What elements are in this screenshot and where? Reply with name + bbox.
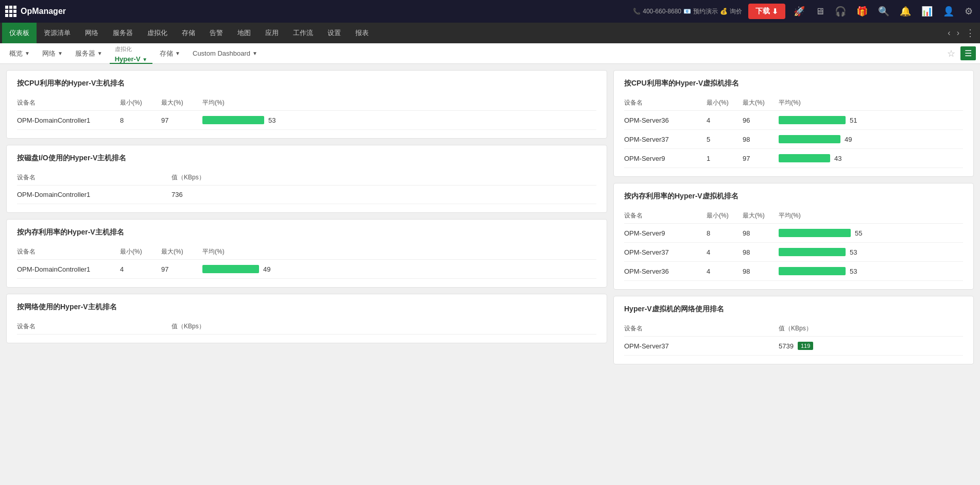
avg-value: 49 bbox=[779, 130, 963, 149]
col-device: 设备名 bbox=[624, 95, 707, 111]
subnav-overview[interactable]: 概览 ▼ bbox=[4, 43, 35, 64]
top-bar: OpManager 📞 400-660-8680 📧 预约演示 💰 询价 下载 … bbox=[0, 0, 980, 23]
nav-item-server[interactable]: 服务器 bbox=[106, 23, 140, 43]
kbps-value: 5739 119 bbox=[779, 337, 963, 356]
nav-item-settings[interactable]: 设置 bbox=[320, 23, 348, 43]
person-icon[interactable]: 👤 bbox=[941, 4, 956, 19]
chevron-down-icon: ▼ bbox=[252, 51, 257, 56]
gear-icon[interactable]: ⚙ bbox=[962, 4, 975, 19]
logo: OpManager bbox=[5, 6, 66, 17]
bar-icon[interactable]: 📊 bbox=[919, 4, 935, 19]
avg-number: 53 bbox=[268, 116, 276, 124]
cpu-host-title: 按CPU利用率的Hyper-V主机排名 bbox=[17, 79, 596, 88]
max-value: 97 bbox=[161, 260, 202, 279]
gift-icon[interactable]: 🎁 bbox=[854, 4, 870, 19]
memory-vm-title: 按内存利用率的Hyper-V虚拟机排名 bbox=[624, 192, 963, 201]
col-min: 最小(%) bbox=[707, 208, 743, 224]
avg-bar bbox=[202, 116, 264, 124]
table-row: OPM-Server37 5 98 49 bbox=[624, 130, 963, 149]
nav-item-report[interactable]: 报表 bbox=[348, 23, 376, 43]
min-value: 8 bbox=[707, 224, 743, 243]
max-value: 96 bbox=[743, 111, 779, 130]
subnav-server[interactable]: 服务器 ▼ bbox=[70, 43, 108, 64]
nav-item-inventory[interactable]: 资源清单 bbox=[37, 23, 78, 43]
col-device: 设备名 bbox=[17, 244, 120, 260]
subnav-virtual-label: 虚拟化 bbox=[115, 45, 132, 53]
min-value: 5 bbox=[707, 130, 743, 149]
avg-value: 55 bbox=[779, 224, 963, 243]
subnav-network-label: 网络 bbox=[42, 49, 56, 58]
sidebar-menu-button[interactable]: ☰ bbox=[960, 46, 976, 60]
pricing-text[interactable]: 询价 bbox=[730, 7, 742, 16]
cpu-host-panel: 按CPU利用率的Hyper-V主机排名 设备名 最小(%) 最大(%) 平均(%… bbox=[6, 70, 607, 139]
max-value: 98 bbox=[743, 243, 779, 262]
min-value: 1 bbox=[707, 149, 743, 168]
content-area: 按CPU利用率的Hyper-V主机排名 设备名 最小(%) 最大(%) 平均(%… bbox=[0, 64, 980, 485]
favorite-star-button[interactable]: ☆ bbox=[944, 48, 958, 59]
trial-text[interactable]: 预约演示 bbox=[693, 7, 718, 16]
phone-number: 400-660-8680 bbox=[643, 8, 681, 15]
device-name: OPM-Server37 bbox=[624, 337, 779, 356]
nav-more-dots[interactable]: ⋮ bbox=[962, 27, 978, 39]
device-name: OPM-DomainController1 bbox=[17, 186, 171, 204]
chevron-down-icon: ▼ bbox=[142, 57, 147, 62]
chevron-down-icon: ▼ bbox=[25, 51, 30, 56]
trial-icon: 📧 bbox=[683, 8, 691, 15]
avg-value: 53 bbox=[202, 111, 596, 130]
nav-item-network[interactable]: 网络 bbox=[78, 23, 106, 43]
disk-host-title: 按磁盘I/O使用的Hyper-V主机排名 bbox=[17, 154, 596, 163]
subnav-storage[interactable]: 存储 ▼ bbox=[154, 43, 185, 64]
col-device: 设备名 bbox=[17, 95, 120, 111]
nav-item-dashboard[interactable]: 仪表板 bbox=[2, 23, 37, 43]
rocket-icon[interactable]: 🚀 bbox=[792, 4, 807, 19]
headphone-icon[interactable]: 🎧 bbox=[833, 4, 848, 19]
device-name: OPM-Server37 bbox=[624, 243, 707, 262]
subnav-hyperv[interactable]: 虚拟化 Hyper-V ▼ bbox=[110, 43, 152, 64]
subnav-network[interactable]: 网络 ▼ bbox=[37, 43, 68, 64]
min-value: 8 bbox=[120, 111, 161, 130]
max-value: 97 bbox=[161, 111, 202, 130]
coin-icon: 💰 bbox=[720, 8, 728, 15]
min-value: 4 bbox=[707, 262, 743, 281]
col-avg: 平均(%) bbox=[779, 95, 963, 111]
nav-item-storage[interactable]: 存储 bbox=[175, 23, 202, 43]
subnav-custom-dashboard[interactable]: Custom Dashboard ▼ bbox=[187, 43, 263, 64]
nav-next-arrow[interactable]: › bbox=[954, 28, 962, 38]
network-vm-title: Hyper-V虚拟机的网络使用排名 bbox=[624, 305, 963, 314]
min-value: 4 bbox=[120, 260, 161, 279]
right-column: 按CPU利用率的Hyper-V虚拟机排名 设备名 最小(%) 最大(%) 平均(… bbox=[613, 70, 974, 479]
nav-item-alarm[interactable]: 告警 bbox=[202, 23, 230, 43]
cpu-vm-title: 按CPU利用率的Hyper-V虚拟机排名 bbox=[624, 79, 963, 88]
nav-prev-arrow[interactable]: ‹ bbox=[944, 28, 953, 38]
table-row: OPM-Server37 5739 119 bbox=[624, 337, 963, 356]
main-nav: 仪表板 资源清单 网络 服务器 虚拟化 存储 告警 地图 应用 工作流 设置 报… bbox=[0, 23, 980, 43]
nav-item-workflow[interactable]: 工作流 bbox=[286, 23, 320, 43]
left-column: 按CPU利用率的Hyper-V主机排名 设备名 最小(%) 最大(%) 平均(%… bbox=[6, 70, 607, 479]
nav-item-map[interactable]: 地图 bbox=[230, 23, 258, 43]
network-badge: 119 bbox=[798, 342, 813, 350]
download-label: 下载 bbox=[755, 7, 770, 16]
cpu-vm-table: 设备名 最小(%) 最大(%) 平均(%) OPM-Server36 4 96 bbox=[624, 95, 963, 168]
download-button[interactable]: 下载 ⬇ bbox=[748, 4, 785, 19]
avg-bar bbox=[779, 135, 840, 143]
avg-value: 51 bbox=[779, 111, 963, 130]
search-icon[interactable]: 🔍 bbox=[876, 4, 891, 19]
avg-bar bbox=[779, 267, 846, 275]
table-row: OPM-Server36 4 96 51 bbox=[624, 111, 963, 130]
subnav-hyperv-label: Hyper-V ▼ bbox=[115, 55, 147, 63]
subnav-overview-label: 概览 bbox=[9, 49, 23, 58]
nav-item-virtual[interactable]: 虚拟化 bbox=[140, 23, 175, 43]
avg-number: 49 bbox=[845, 136, 852, 143]
grid-icon bbox=[5, 6, 16, 17]
max-value: 98 bbox=[743, 224, 779, 243]
bell-icon[interactable]: 🔔 bbox=[898, 4, 913, 19]
subnav-storage-label: 存储 bbox=[160, 49, 173, 58]
table-row: OPM-Server9 1 97 43 bbox=[624, 149, 963, 168]
monitor-icon[interactable]: 🖥 bbox=[813, 4, 827, 19]
avg-value: 49 bbox=[202, 260, 596, 279]
device-name: OPM-DomainController1 bbox=[17, 111, 120, 130]
nav-item-app[interactable]: 应用 bbox=[258, 23, 286, 43]
device-name: OPM-Server9 bbox=[624, 224, 707, 243]
col-max: 最大(%) bbox=[743, 95, 779, 111]
table-row: OPM-Server9 8 98 55 bbox=[624, 224, 963, 243]
